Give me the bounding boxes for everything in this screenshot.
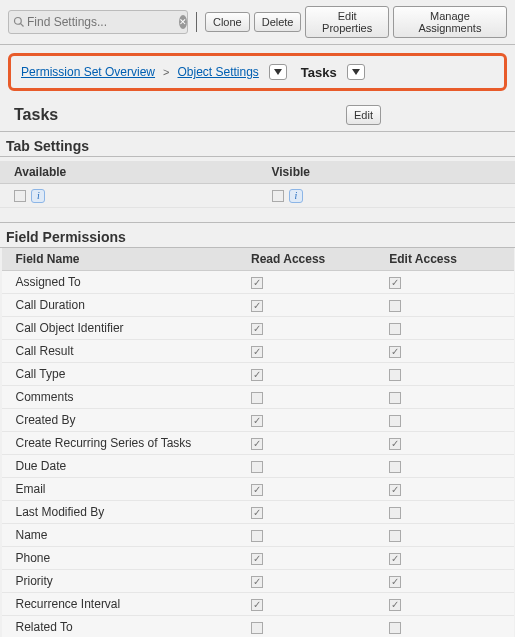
object-settings-dropdown[interactable] — [269, 64, 287, 80]
table-row: Related To — [2, 615, 514, 637]
edit-access-cell — [375, 615, 513, 637]
delete-button[interactable]: Delete — [254, 12, 302, 32]
read-access-cell — [237, 615, 375, 637]
read-access-cell — [237, 316, 375, 339]
field-name-cell: Create Recurring Series of Tasks — [2, 431, 238, 454]
table-row: Call Object Identifier — [2, 316, 514, 339]
table-row: Call Duration — [2, 293, 514, 316]
read-checkbox — [251, 346, 263, 358]
col-edit-access: Edit Access — [375, 248, 513, 271]
table-row: Call Type — [2, 362, 514, 385]
clone-button[interactable]: Clone — [205, 12, 250, 32]
col-visible: Visible — [258, 161, 516, 184]
col-read-access: Read Access — [237, 248, 375, 271]
field-permissions-table: Field Name Read Access Edit Access Assig… — [0, 248, 515, 637]
read-checkbox — [251, 277, 263, 289]
breadcrumb: Permission Set Overview > Object Setting… — [8, 53, 507, 91]
edit-checkbox — [389, 392, 401, 404]
info-icon[interactable]: i — [289, 189, 303, 203]
edit-access-cell — [375, 546, 513, 569]
read-checkbox — [251, 484, 263, 496]
object-header: Tasks Edit — [0, 99, 515, 131]
search-input-wrap[interactable]: ✕ — [8, 10, 188, 34]
edit-checkbox — [389, 300, 401, 312]
read-access-cell — [237, 569, 375, 592]
search-icon — [13, 16, 25, 28]
read-checkbox — [251, 300, 263, 312]
read-checkbox — [251, 507, 263, 519]
read-access-cell — [237, 293, 375, 316]
breadcrumb-object-settings-link[interactable]: Object Settings — [177, 65, 258, 79]
read-access-cell — [237, 408, 375, 431]
clear-search-icon[interactable]: ✕ — [179, 15, 187, 29]
toolbar-divider — [196, 12, 197, 32]
table-row: Assigned To — [2, 270, 514, 293]
edit-checkbox — [389, 461, 401, 473]
edit-checkbox — [389, 438, 401, 450]
field-name-cell: Call Object Identifier — [2, 316, 238, 339]
edit-button[interactable]: Edit — [346, 105, 381, 125]
field-name-cell: Due Date — [2, 454, 238, 477]
edit-checkbox — [389, 599, 401, 611]
edit-checkbox — [389, 576, 401, 588]
svg-point-0 — [15, 18, 22, 25]
table-row: Email — [2, 477, 514, 500]
read-checkbox — [251, 461, 263, 473]
field-permissions-heading: Field Permissions — [0, 222, 515, 248]
edit-access-cell — [375, 431, 513, 454]
read-access-cell — [237, 431, 375, 454]
edit-access-cell — [375, 385, 513, 408]
edit-checkbox — [389, 277, 401, 289]
table-row: Comments — [2, 385, 514, 408]
read-checkbox — [251, 530, 263, 542]
edit-checkbox — [389, 369, 401, 381]
read-checkbox — [251, 415, 263, 427]
chevron-down-icon — [352, 69, 360, 75]
field-name-cell: Call Type — [2, 362, 238, 385]
read-checkbox — [251, 553, 263, 565]
read-checkbox — [251, 599, 263, 611]
edit-checkbox — [389, 553, 401, 565]
field-name-cell: Assigned To — [2, 270, 238, 293]
edit-checkbox — [389, 484, 401, 496]
field-name-cell: Related To — [2, 615, 238, 637]
edit-access-cell — [375, 316, 513, 339]
edit-access-cell — [375, 500, 513, 523]
edit-access-cell — [375, 569, 513, 592]
edit-access-cell — [375, 293, 513, 316]
search-input[interactable] — [25, 13, 179, 31]
tab-settings-table: Available Visible i i — [0, 161, 515, 208]
tab-settings-heading: Tab Settings — [0, 131, 515, 157]
svg-line-1 — [21, 24, 24, 27]
field-name-cell: Name — [2, 523, 238, 546]
read-access-cell — [237, 339, 375, 362]
edit-checkbox — [389, 622, 401, 634]
page-title: Tasks — [14, 106, 336, 124]
read-access-cell — [237, 270, 375, 293]
edit-checkbox — [389, 346, 401, 358]
manage-assignments-button[interactable]: Manage Assignments — [393, 6, 507, 38]
edit-properties-button[interactable]: Edit Properties — [305, 6, 388, 38]
edit-access-cell — [375, 477, 513, 500]
info-icon[interactable]: i — [31, 189, 45, 203]
read-access-cell — [237, 546, 375, 569]
read-checkbox — [251, 392, 263, 404]
breadcrumb-overview-link[interactable]: Permission Set Overview — [21, 65, 155, 79]
table-row: Call Result — [2, 339, 514, 362]
breadcrumb-current: Tasks — [301, 65, 337, 80]
read-checkbox — [251, 323, 263, 335]
table-row: Name — [2, 523, 514, 546]
available-checkbox — [14, 190, 26, 202]
read-access-cell — [237, 477, 375, 500]
edit-access-cell — [375, 523, 513, 546]
table-row: Due Date — [2, 454, 514, 477]
read-access-cell — [237, 592, 375, 615]
edit-checkbox — [389, 507, 401, 519]
table-row: Phone — [2, 546, 514, 569]
field-name-cell: Recurrence Interval — [2, 592, 238, 615]
table-row: Last Modified By — [2, 500, 514, 523]
current-object-dropdown[interactable] — [347, 64, 365, 80]
table-row: Recurrence Interval — [2, 592, 514, 615]
read-access-cell — [237, 500, 375, 523]
field-name-cell: Priority — [2, 569, 238, 592]
